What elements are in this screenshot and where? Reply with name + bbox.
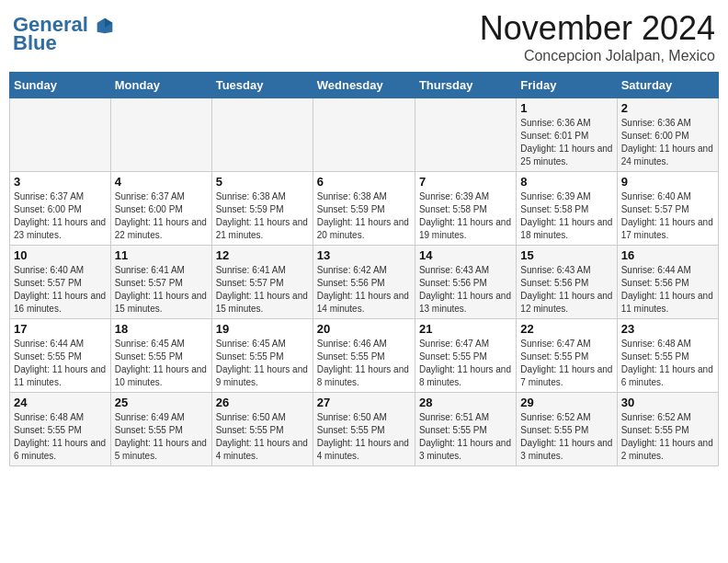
- weekday-header-friday: Friday: [517, 73, 617, 98]
- calendar-cell: 4Sunrise: 6:37 AMSunset: 6:00 PMDaylight…: [110, 172, 211, 246]
- day-info: Sunrise: 6:40 AMSunset: 5:57 PMDaylight:…: [14, 264, 107, 316]
- calendar-cell: 27Sunrise: 6:50 AMSunset: 5:55 PMDayligh…: [313, 393, 415, 466]
- calendar-cell: [415, 98, 516, 172]
- day-number: 24: [14, 396, 107, 409]
- calendar-cell: 22Sunrise: 6:47 AMSunset: 5:55 PMDayligh…: [517, 319, 617, 393]
- day-number: 15: [520, 248, 612, 262]
- calendar-week-3: 10Sunrise: 6:40 AMSunset: 5:57 PMDayligh…: [10, 246, 719, 319]
- day-info: Sunrise: 6:52 AMSunset: 5:55 PMDaylight:…: [520, 411, 612, 463]
- day-number: 6: [317, 175, 411, 189]
- day-info: Sunrise: 6:45 AMSunset: 5:55 PMDaylight:…: [216, 338, 309, 389]
- calendar-cell: 13Sunrise: 6:42 AMSunset: 5:56 PMDayligh…: [313, 246, 415, 319]
- day-number: 26: [216, 396, 309, 409]
- day-info: Sunrise: 6:47 AMSunset: 5:55 PMDaylight:…: [419, 338, 512, 389]
- calendar-cell: 11Sunrise: 6:41 AMSunset: 5:57 PMDayligh…: [110, 246, 211, 319]
- day-info: Sunrise: 6:41 AMSunset: 5:57 PMDaylight:…: [115, 264, 208, 316]
- day-info: Sunrise: 6:36 AMSunset: 6:00 PMDaylight:…: [621, 117, 714, 168]
- day-info: Sunrise: 6:41 AMSunset: 5:57 PMDaylight:…: [216, 264, 309, 316]
- calendar-cell: 28Sunrise: 6:51 AMSunset: 5:55 PMDayligh…: [415, 393, 516, 466]
- calendar-cell: [211, 98, 313, 172]
- day-info: Sunrise: 6:48 AMSunset: 5:55 PMDaylight:…: [14, 411, 107, 463]
- day-info: Sunrise: 6:37 AMSunset: 6:00 PMDaylight:…: [115, 190, 208, 242]
- day-number: 9: [621, 175, 714, 189]
- calendar-cell: 20Sunrise: 6:46 AMSunset: 5:55 PMDayligh…: [313, 319, 415, 393]
- calendar-cell: 26Sunrise: 6:50 AMSunset: 5:55 PMDayligh…: [211, 393, 313, 466]
- day-info: Sunrise: 6:48 AMSunset: 5:55 PMDaylight:…: [621, 338, 714, 389]
- calendar-cell: 14Sunrise: 6:43 AMSunset: 5:56 PMDayligh…: [415, 246, 516, 319]
- location-title: Concepcion Jolalpan, Mexico: [480, 48, 715, 64]
- calendar-cell: 29Sunrise: 6:52 AMSunset: 5:55 PMDayligh…: [517, 393, 617, 466]
- day-number: 21: [419, 322, 512, 336]
- day-info: Sunrise: 6:38 AMSunset: 5:59 PMDaylight:…: [216, 190, 309, 242]
- day-info: Sunrise: 6:44 AMSunset: 5:55 PMDaylight:…: [14, 338, 107, 389]
- weekday-header-tuesday: Tuesday: [211, 73, 313, 98]
- calendar-cell: 17Sunrise: 6:44 AMSunset: 5:55 PMDayligh…: [10, 319, 111, 393]
- day-info: Sunrise: 6:46 AMSunset: 5:55 PMDaylight:…: [317, 338, 411, 389]
- month-title: November 2024: [480, 9, 715, 48]
- day-number: 10: [14, 248, 107, 262]
- day-number: 1: [520, 101, 612, 115]
- day-info: Sunrise: 6:37 AMSunset: 6:00 PMDaylight:…: [14, 190, 107, 242]
- day-number: 28: [419, 396, 512, 409]
- day-number: 11: [115, 248, 208, 262]
- day-info: Sunrise: 6:49 AMSunset: 5:55 PMDaylight:…: [115, 411, 208, 463]
- day-info: Sunrise: 6:50 AMSunset: 5:55 PMDaylight:…: [216, 411, 309, 463]
- calendar-cell: 8Sunrise: 6:39 AMSunset: 5:58 PMDaylight…: [517, 172, 617, 246]
- day-number: 23: [621, 322, 714, 336]
- day-info: Sunrise: 6:43 AMSunset: 5:56 PMDaylight:…: [419, 264, 512, 316]
- day-number: 25: [115, 396, 208, 409]
- calendar-week-4: 17Sunrise: 6:44 AMSunset: 5:55 PMDayligh…: [10, 319, 719, 393]
- calendar-cell: [110, 98, 211, 172]
- calendar-cell: 19Sunrise: 6:45 AMSunset: 5:55 PMDayligh…: [211, 319, 313, 393]
- calendar-cell: 15Sunrise: 6:43 AMSunset: 5:56 PMDayligh…: [517, 246, 617, 319]
- calendar-cell: 16Sunrise: 6:44 AMSunset: 5:56 PMDayligh…: [617, 246, 718, 319]
- day-info: Sunrise: 6:47 AMSunset: 5:55 PMDaylight:…: [520, 338, 612, 389]
- calendar-cell: [10, 98, 111, 172]
- calendar-cell: 3Sunrise: 6:37 AMSunset: 6:00 PMDaylight…: [10, 172, 111, 246]
- day-number: 5: [216, 175, 309, 189]
- calendar-week-1: 1Sunrise: 6:36 AMSunset: 6:01 PMDaylight…: [10, 98, 719, 172]
- header: General Blue November 2024 Concepcion Jo…: [9, 9, 719, 64]
- calendar-cell: 5Sunrise: 6:38 AMSunset: 5:59 PMDaylight…: [211, 172, 313, 246]
- day-info: Sunrise: 6:43 AMSunset: 5:56 PMDaylight:…: [520, 264, 612, 316]
- calendar-cell: 10Sunrise: 6:40 AMSunset: 5:57 PMDayligh…: [10, 246, 111, 319]
- day-number: 16: [621, 248, 714, 262]
- title-area: November 2024 Concepcion Jolalpan, Mexic…: [480, 9, 715, 64]
- weekday-header-wednesday: Wednesday: [313, 73, 415, 98]
- calendar-cell: [313, 98, 415, 172]
- weekday-header-row: SundayMondayTuesdayWednesdayThursdayFrid…: [10, 73, 719, 98]
- day-number: 29: [520, 396, 612, 409]
- day-number: 12: [216, 248, 309, 262]
- day-number: 27: [317, 396, 411, 409]
- day-number: 7: [419, 175, 512, 189]
- calendar-cell: 18Sunrise: 6:45 AMSunset: 5:55 PMDayligh…: [110, 319, 211, 393]
- day-number: 20: [317, 322, 411, 336]
- calendar-cell: 7Sunrise: 6:39 AMSunset: 5:58 PMDaylight…: [415, 172, 516, 246]
- day-info: Sunrise: 6:45 AMSunset: 5:55 PMDaylight:…: [115, 338, 208, 389]
- logo: General Blue: [13, 15, 114, 55]
- calendar-cell: 21Sunrise: 6:47 AMSunset: 5:55 PMDayligh…: [415, 319, 516, 393]
- day-number: 18: [115, 322, 208, 336]
- calendar-cell: 24Sunrise: 6:48 AMSunset: 5:55 PMDayligh…: [10, 393, 111, 466]
- calendar-cell: 23Sunrise: 6:48 AMSunset: 5:55 PMDayligh…: [617, 319, 718, 393]
- day-number: 14: [419, 248, 512, 262]
- weekday-header-thursday: Thursday: [415, 73, 516, 98]
- calendar-cell: 1Sunrise: 6:36 AMSunset: 6:01 PMDaylight…: [517, 98, 617, 172]
- day-number: 2: [621, 101, 714, 115]
- day-info: Sunrise: 6:42 AMSunset: 5:56 PMDaylight:…: [317, 264, 411, 316]
- calendar-cell: 12Sunrise: 6:41 AMSunset: 5:57 PMDayligh…: [211, 246, 313, 319]
- day-info: Sunrise: 6:38 AMSunset: 5:59 PMDaylight:…: [317, 190, 411, 242]
- day-number: 8: [520, 175, 612, 189]
- day-info: Sunrise: 6:39 AMSunset: 5:58 PMDaylight:…: [520, 190, 612, 242]
- calendar-cell: 25Sunrise: 6:49 AMSunset: 5:55 PMDayligh…: [110, 393, 211, 466]
- day-number: 30: [621, 396, 714, 409]
- calendar-week-5: 24Sunrise: 6:48 AMSunset: 5:55 PMDayligh…: [10, 393, 719, 466]
- day-info: Sunrise: 6:39 AMSunset: 5:58 PMDaylight:…: [419, 190, 512, 242]
- calendar: SundayMondayTuesdayWednesdayThursdayFrid…: [9, 72, 719, 466]
- day-number: 4: [115, 175, 208, 189]
- day-number: 3: [14, 175, 107, 189]
- day-number: 13: [317, 248, 411, 262]
- day-info: Sunrise: 6:36 AMSunset: 6:01 PMDaylight:…: [520, 117, 612, 168]
- calendar-cell: 6Sunrise: 6:38 AMSunset: 5:59 PMDaylight…: [313, 172, 415, 246]
- day-info: Sunrise: 6:50 AMSunset: 5:55 PMDaylight:…: [317, 411, 411, 463]
